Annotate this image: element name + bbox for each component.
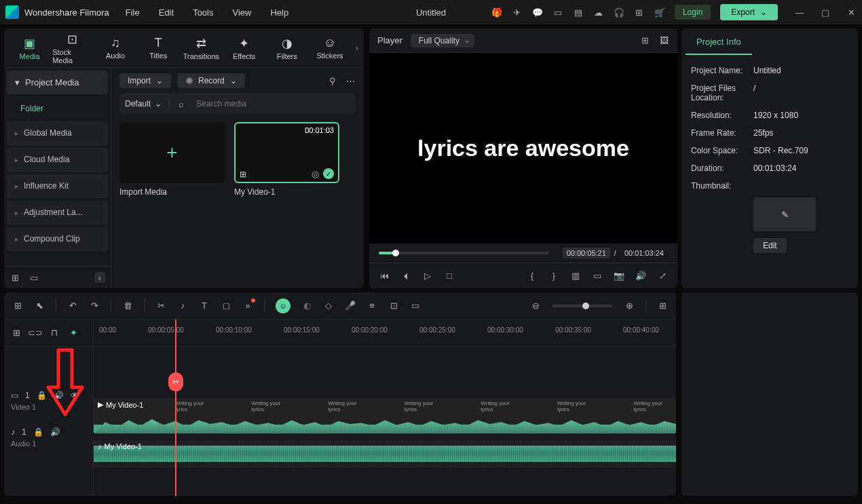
playhead[interactable]: ✂ — [175, 319, 176, 496]
sidebar-cloud-media[interactable]: ▸Cloud Media — [7, 148, 108, 172]
maximize-icon[interactable]: ▢ — [820, 7, 831, 18]
play-icon[interactable]: ▷ — [422, 271, 433, 282]
sidebar-adjustment-layer[interactable]: ▸Adjustment La... — [7, 201, 108, 225]
quality-select[interactable]: Full Quality — [411, 34, 474, 47]
menu-tools[interactable]: Tools — [193, 7, 213, 18]
tab-stickers[interactable]: ☺Stickers — [310, 31, 350, 66]
fullscreen-icon[interactable]: ⤢ — [657, 271, 668, 282]
media-clip-tile[interactable]: 00:01:03 ⊞ ◎✓ My Video-1 — [234, 122, 339, 197]
mark-out-icon[interactable]: } — [548, 271, 559, 282]
volume-icon[interactable]: 🔊 — [635, 271, 646, 282]
zoom-in-icon[interactable]: ⊕ — [624, 301, 635, 311]
audio-track-header[interactable]: ♪1🔒🔊 Audio 1 — [4, 421, 93, 454]
crop-icon[interactable]: ◻ — [221, 301, 231, 311]
color-icon[interactable]: ◐ — [301, 301, 312, 311]
delete-icon[interactable]: 🗑 — [122, 301, 133, 311]
import-dropdown[interactable]: Import⌄ — [119, 73, 171, 88]
menu-view[interactable]: View — [232, 7, 251, 18]
eye-icon[interactable]: 👁 — [71, 391, 79, 400]
audio-track[interactable]: ♪My Video-1 — [94, 440, 676, 467]
zoom-out-icon[interactable]: ⊖ — [530, 301, 541, 311]
redo-icon[interactable]: ↷ — [89, 301, 100, 311]
cloud-icon[interactable]: ☁ — [593, 7, 604, 18]
picture-icon[interactable]: 🖼 — [658, 35, 669, 46]
render-icon[interactable]: ▭ — [410, 301, 421, 311]
record-dropdown[interactable]: Record⌄ — [178, 73, 245, 88]
import-media-tile[interactable]: + Import Media — [119, 122, 225, 197]
lock-icon[interactable]: 🔒 — [33, 427, 43, 437]
message-icon[interactable]: 💬 — [532, 7, 543, 18]
split-icon[interactable]: ✂ — [155, 301, 166, 311]
sidebar-project-media[interactable]: ▾Project Media — [7, 71, 108, 94]
cursor-icon[interactable]: ⬉ — [34, 301, 45, 311]
volume-icon[interactable]: 🔊 — [54, 391, 64, 400]
login-button[interactable]: Login — [675, 5, 711, 20]
mixer-icon[interactable]: ≡ — [367, 301, 377, 311]
device-icon[interactable]: ▭ — [552, 7, 563, 18]
cart-icon[interactable]: 🛒 — [654, 7, 665, 18]
text-tool-icon[interactable]: T — [199, 301, 210, 311]
new-folder-icon[interactable]: ⊞ — [10, 272, 20, 283]
info-tab-project[interactable]: Project Info — [686, 28, 752, 55]
sidebar-compound-clip[interactable]: ▸Compound Clip — [7, 227, 108, 251]
headphone-icon[interactable]: 🎧 — [614, 7, 624, 18]
tab-media[interactable]: ▣Media — [10, 31, 50, 66]
stop-icon[interactable]: □ — [444, 271, 455, 282]
magnet-icon[interactable]: ⊓ — [49, 328, 60, 338]
apps-icon[interactable]: ⊞ — [634, 7, 645, 18]
link-icon[interactable]: ⊂⊃ — [30, 328, 41, 338]
ratio-icon[interactable]: ▥ — [570, 271, 581, 282]
play-back-icon[interactable]: ⏴ — [400, 271, 411, 282]
tab-stock-media[interactable]: ⊡Stock Media — [52, 31, 92, 66]
collapse-icon[interactable]: ‹ — [94, 272, 105, 283]
seekbar[interactable]: 00:00:05:21 / 00:01:03:24 — [369, 244, 677, 263]
menu-help[interactable]: Help — [270, 7, 288, 18]
tab-titles[interactable]: TTitles — [138, 31, 179, 66]
sidebar-influence-kit[interactable]: ▸Influence Kit — [7, 174, 108, 198]
music-tool-icon[interactable]: ♪ — [177, 301, 188, 311]
folder-icon[interactable]: ▭ — [29, 272, 39, 283]
zoom-slider[interactable] — [552, 305, 613, 307]
sort-default[interactable]: Default⌄ — [125, 99, 169, 109]
gift-icon[interactable]: 🎁 — [491, 7, 502, 18]
audio-clip[interactable]: ♪My Video-1 — [94, 440, 676, 467]
undo-icon[interactable]: ↶ — [67, 301, 78, 311]
more-icon[interactable]: ⋯ — [345, 75, 356, 86]
grid-view-icon[interactable]: ⊞ — [639, 35, 650, 46]
layout-icon[interactable]: ⊞ — [12, 301, 23, 311]
time-ruler[interactable]: 00:00 00:00:05:00 00:00:10:00 00:00:15:0… — [94, 319, 676, 347]
thumbnail-preview[interactable]: ✎ — [753, 197, 816, 231]
snapshot-icon[interactable]: 📷 — [614, 271, 624, 282]
ai-face-icon[interactable]: ☺ — [276, 298, 291, 313]
send-icon[interactable]: ✈ — [512, 7, 523, 18]
edit-button[interactable]: Edit — [753, 238, 787, 253]
tab-transitions[interactable]: ⇄Transitions — [181, 31, 221, 66]
video-clip[interactable]: ▶My Video-1 Writing your lyricsWriting y… — [94, 398, 676, 433]
video-track-header[interactable]: ▭1🔒🔊👁 Video 1 — [4, 381, 93, 421]
filter-icon[interactable]: ⚲ — [327, 75, 338, 86]
lock-icon[interactable]: 🔒 — [37, 391, 47, 400]
compare-icon[interactable]: ▭ — [592, 271, 603, 282]
tab-audio[interactable]: ♫Audio — [95, 31, 135, 66]
minimize-icon[interactable]: — — [794, 7, 805, 18]
view-options-icon[interactable]: ⊞ — [657, 301, 668, 311]
mic-icon[interactable]: 🎤 — [345, 301, 356, 311]
sidebar-folder[interactable]: Folder — [4, 97, 111, 120]
tab-effects[interactable]: ✦Effects — [224, 31, 264, 66]
menu-edit[interactable]: Edit — [159, 7, 174, 18]
document-icon[interactable]: ▤ — [573, 7, 584, 18]
close-icon[interactable]: ✕ — [846, 7, 857, 18]
export-button[interactable]: Export⌄ — [720, 4, 778, 20]
track-add-icon[interactable]: ⊞ — [11, 328, 22, 338]
prev-frame-icon[interactable]: ⏮ — [379, 271, 390, 282]
preview-viewport[interactable]: lyrics are awesome — [369, 53, 677, 244]
video-track[interactable]: ▶My Video-1 Writing your lyricsWriting y… — [94, 398, 676, 433]
search-input[interactable] — [193, 96, 350, 111]
timeline-tracks[interactable]: 00:00 00:00:05:00 00:00:10:00 00:00:15:0… — [94, 319, 676, 496]
volume-icon[interactable]: 🔊 — [50, 427, 60, 437]
mark-in-icon[interactable]: { — [527, 271, 538, 282]
tabs-more-icon[interactable]: › — [356, 43, 358, 53]
menu-file[interactable]: File — [126, 7, 140, 18]
scissors-icon[interactable]: ✂ — [168, 372, 183, 391]
sidebar-global-media[interactable]: ▸Global Media — [7, 121, 108, 145]
